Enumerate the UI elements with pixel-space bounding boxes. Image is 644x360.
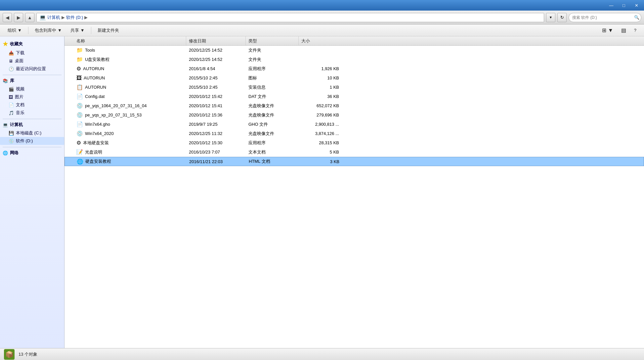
sidebar-item-documents[interactable]: 📄 文档 [0, 101, 64, 109]
sidebar-library-section: 📚 库 🎬 视频 🖼 图片 📄 文档 🎵 音乐 [0, 76, 64, 117]
sidebar-divider-1 [3, 75, 62, 75]
organize-button[interactable]: 组织 ▼ [4, 26, 25, 35]
file-name-cell: 📄 Win7x64.gho [74, 121, 186, 127]
table-row[interactable]: 📋 AUTORUN 2015/5/10 2:45 安装信息 1 KB [64, 83, 644, 92]
sidebar-item-pictures[interactable]: 🖼 图片 [0, 93, 64, 101]
file-name-text: Config.dat [85, 94, 105, 99]
table-row[interactable]: 💿 Win7x64_2020 2020/12/25 11:32 光盘映像文件 3… [64, 129, 644, 138]
sidebar-item-music[interactable]: 🎵 音乐 [0, 109, 64, 117]
file-size-cell: 2,900,813 ... [299, 122, 342, 127]
file-type-cell: 光盘映像文件 [246, 103, 299, 109]
col-date[interactable]: 修改日期 [186, 36, 246, 45]
file-size-cell: 652,072 KB [299, 103, 342, 108]
table-row[interactable]: 💿 pe_yqs_xp_20_07_31_15_53 2020/10/12 15… [64, 111, 644, 120]
file-date-cell: 2016/11/21 22:03 [187, 159, 246, 164]
file-size-cell: 10 KB [299, 75, 342, 80]
path-sep-1: ▶ [62, 15, 65, 20]
desktop-label: 桌面 [15, 58, 23, 64]
file-name-cell: 💿 pe_yqs_1064_20_07_31_16_04 [74, 103, 186, 109]
table-row[interactable]: ⚙ AUTORUN 2016/1/8 4:54 应用程序 1,926 KB [64, 64, 644, 73]
minimize-button[interactable]: — [605, 1, 618, 9]
library-label: 库 [10, 78, 14, 84]
toolbar-separator-2 [91, 27, 91, 34]
sidebar-item-drive-c[interactable]: 💾 本地磁盘 (C:) [0, 129, 64, 137]
table-row[interactable]: ⚙ 本地硬盘安装 2020/10/12 15:30 应用程序 28,315 KB [64, 138, 644, 148]
new-folder-button[interactable]: 新建文件夹 [94, 26, 123, 35]
table-row[interactable]: 📄 Config.dat 2020/10/12 15:42 DAT 文件 36 … [64, 92, 644, 101]
col-name[interactable]: 名称 [74, 36, 186, 45]
sidebar-network-title[interactable]: 🌐 网络 [0, 149, 64, 157]
table-row[interactable]: 📁 Tools 2020/12/25 14:52 文件夹 [64, 46, 644, 55]
file-date-cell: 2019/9/7 19:25 [186, 122, 246, 127]
file-name-text: 硬盘安装教程 [85, 158, 111, 164]
file-size-cell: 3 KB [299, 159, 342, 164]
sidebar-favorites-title[interactable]: ★ 收藏夹 [0, 39, 64, 49]
path-computer[interactable]: 计算机 [47, 15, 60, 21]
table-row[interactable]: 📁 U盘安装教程 2020/12/25 14:52 文件夹 [64, 55, 644, 64]
favorites-label: 收藏夹 [10, 41, 23, 47]
network-icon: 🌐 [3, 151, 8, 156]
file-name-text: AUTORUN [84, 75, 105, 80]
drive-d-label: 软件 (D:) [16, 138, 33, 144]
file-name-text: Win7x64.gho [85, 122, 110, 127]
file-name-text: 本地硬盘安装 [83, 140, 109, 146]
library-arrow-icon: ▼ [58, 28, 62, 33]
file-name-text: AUTORUN [85, 85, 106, 90]
sidebar-favorites-section: ★ 收藏夹 📥 下载 🖥 桌面 🕐 最近访问的位置 [0, 39, 64, 73]
file-type-cell: 光盘映像文件 [246, 112, 299, 118]
sidebar-item-drive-d[interactable]: 💿 软件 (D:) [0, 137, 64, 145]
table-row[interactable]: 🖼 AUTORUN 2015/5/10 2:45 图标 10 KB [64, 73, 644, 83]
help-icon: ? [634, 28, 636, 33]
network-label: 网络 [10, 150, 19, 156]
column-headers: 名称 修改日期 类型 大小 [64, 36, 644, 46]
table-row[interactable]: 📝 光盘说明 2016/10/23 7:07 文本文档 5 KB [64, 148, 644, 157]
file-name-cell: 📋 AUTORUN [74, 84, 186, 90]
col-size[interactable]: 大小 [299, 36, 342, 45]
help-button[interactable]: ? [630, 26, 640, 35]
address-dropdown-button[interactable]: ▼ [546, 13, 555, 22]
main-area: ★ 收藏夹 📥 下载 🖥 桌面 🕐 最近访问的位置 📚 库 [0, 36, 644, 348]
forward-button[interactable]: ▶ [14, 13, 23, 22]
back-button[interactable]: ◀ [3, 13, 12, 22]
file-type-cell: 文件夹 [246, 47, 299, 53]
sidebar-item-desktop[interactable]: 🖥 桌面 [0, 57, 64, 65]
search-input[interactable] [569, 13, 641, 22]
file-name-cell: 📁 U盘安装教程 [74, 56, 186, 63]
maximize-button[interactable]: □ [618, 1, 630, 9]
close-button[interactable]: ✕ [630, 1, 643, 9]
view-toggle-button[interactable]: ⊞ ▼ [598, 26, 617, 35]
col-type[interactable]: 类型 [246, 36, 299, 45]
sidebar-computer-title[interactable]: 💻 计算机 [0, 120, 64, 129]
up-button[interactable]: ▲ [25, 13, 34, 22]
table-row[interactable]: 💿 pe_yqs_1064_20_07_31_16_04 2020/10/12 … [64, 101, 644, 111]
sidebar-item-video[interactable]: 🎬 视频 [0, 85, 64, 93]
table-row[interactable]: 📄 Win7x64.gho 2019/9/7 19:25 GHO 文件 2,90… [64, 120, 644, 129]
file-type-cell: 图标 [246, 75, 299, 81]
share-button[interactable]: 共享 ▼ [67, 26, 88, 35]
drive-c-label: 本地磁盘 (C:) [16, 130, 41, 136]
file-size-cell: 279,696 KB [299, 112, 342, 117]
file-name-cell: 💿 Win7x64_2020 [74, 130, 186, 137]
search-button[interactable]: 🔍 [634, 15, 639, 20]
table-row[interactable]: 🌐 硬盘安装教程 2016/11/21 22:03 HTML 文档 3 KB [64, 157, 644, 166]
address-path: 💻 计算机 ▶ 软件 (D:) ▶ [36, 13, 544, 22]
file-date-cell: 2020/10/12 15:42 [186, 94, 246, 99]
file-date-cell: 2020/12/25 11:32 [186, 131, 246, 136]
file-name-cell: 📝 光盘说明 [74, 149, 186, 155]
refresh-button[interactable]: ↻ [557, 13, 567, 22]
drive-c-icon: 💾 [9, 131, 14, 136]
library-button[interactable]: 包含到库中 ▼ [31, 26, 65, 35]
sidebar-item-downloads[interactable]: 📥 下载 [0, 49, 64, 57]
sidebar-item-recent[interactable]: 🕐 最近访问的位置 [0, 65, 64, 73]
file-name-text: U盘安装教程 [85, 57, 109, 63]
file-rows: 📁 Tools 2020/12/25 14:52 文件夹 📁 U盘安装教程 20… [64, 46, 644, 348]
file-name-cell: 🖼 AUTORUN [74, 75, 186, 81]
statusbar: 📦 13 个对象 [0, 348, 644, 360]
computer-icon: 💻 [3, 122, 8, 127]
sidebar-library-title[interactable]: 📚 库 [0, 76, 64, 85]
file-name-text: pe_yqs_1064_20_07_31_16_04 [85, 103, 147, 108]
path-drive[interactable]: 软件 (D:) [66, 15, 83, 21]
details-pane-button[interactable]: ▤ [618, 26, 630, 35]
pictures-label: 图片 [15, 94, 23, 100]
file-icon: 📁 [76, 47, 83, 53]
